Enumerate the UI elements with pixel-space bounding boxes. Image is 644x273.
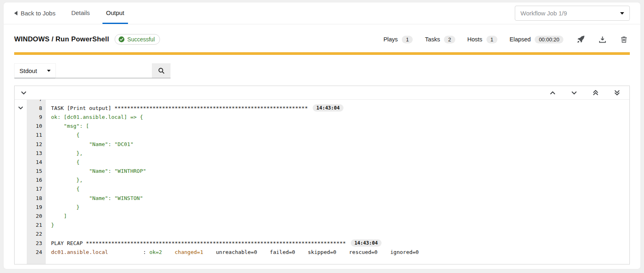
line-number: 8 <box>27 103 46 112</box>
job-title: WINDOWS / Run PowerShell <box>14 35 109 43</box>
line-toggle-spacer <box>15 157 27 166</box>
console-filler-row <box>15 256 629 264</box>
tab-details[interactable]: Details <box>68 2 94 24</box>
back-to-jobs-label: Back to Jobs <box>21 10 55 17</box>
stat-elapsed: Elapsed00:00:20 <box>510 36 563 43</box>
check-circle-icon <box>118 36 125 43</box>
stat-value-pill: 2 <box>444 36 455 43</box>
line-number: 11 <box>27 131 46 140</box>
search-button[interactable] <box>152 63 171 78</box>
line-number: 10 <box>27 122 46 131</box>
line-toggle-spacer <box>15 239 27 247</box>
line-toggle-spacer <box>15 112 27 121</box>
job-stats: Plays1Tasks2Hosts1Elapsed00:00:20 <box>384 36 563 43</box>
console-line-11: 11 { <box>15 131 629 140</box>
stat-tasks: Tasks2 <box>425 36 455 43</box>
line-toggle-spacer <box>15 185 27 193</box>
line-number: 22 <box>27 230 46 239</box>
collapse-all-button[interactable] <box>21 91 26 95</box>
console-line-15: 15 "Name": "WINTHROP" <box>15 167 629 176</box>
stat-label: Tasks <box>425 36 440 43</box>
line-toggle-spacer <box>15 131 27 140</box>
line-number: 19 <box>27 202 46 211</box>
line-content: TASK [Print output] ********************… <box>46 103 343 112</box>
line-content: ] <box>46 211 67 220</box>
download-output-button[interactable] <box>599 36 606 43</box>
line-content <box>46 100 51 103</box>
line-content: ok: [dc01.ansible.local] => { <box>46 112 143 121</box>
line-content: "msg": [ <box>46 122 89 131</box>
stat-value-pill: 1 <box>402 36 413 43</box>
scroll-to-bottom-button[interactable] <box>614 90 620 95</box>
line-toggle-spacer <box>15 176 27 185</box>
chevron-down-icon <box>620 12 624 15</box>
line-toggle-spacer <box>15 230 27 239</box>
line-content: "Name": "DC01" <box>46 140 134 148</box>
job-progress-bar <box>14 52 630 55</box>
line-toggle-spacer <box>15 211 27 220</box>
line-number: 7 <box>27 100 46 103</box>
search-input[interactable] <box>56 63 152 78</box>
line-content: dc01.ansible.local : ok=2 changed=1 unre… <box>46 247 419 256</box>
tab-output[interactable]: Output <box>102 2 128 24</box>
timestamp-badge: 14:43:04 <box>351 239 382 247</box>
trash-icon <box>621 36 627 43</box>
line-toggle-spacer <box>15 122 27 131</box>
line-content: }, <box>46 176 83 185</box>
line-toggle-spacer <box>15 148 27 157</box>
line-toggle-spacer <box>15 193 27 202</box>
line-number: 15 <box>27 167 46 176</box>
line-content: } <box>46 221 54 230</box>
line-content: "Name": "WINSTON" <box>46 193 143 202</box>
back-to-jobs-link[interactable]: Back to Jobs <box>14 2 55 24</box>
console-line-10: 10 "msg": [ <box>15 122 629 131</box>
line-number: 20 <box>27 211 46 220</box>
stdout-console: 78TASK [Print output] ******************… <box>14 86 630 264</box>
console-line-20: 20 ] <box>15 211 629 220</box>
line-number: 16 <box>27 176 46 185</box>
line-expand-toggle-icon[interactable] <box>15 103 27 112</box>
console-line-18: 18 "Name": "WINSTON" <box>15 193 629 202</box>
stdout-filter-select[interactable]: Stdout <box>14 63 56 78</box>
chevron-down-icon <box>21 91 26 95</box>
status-badge-label: Successful <box>127 36 155 43</box>
console-line-21: 21} <box>15 221 629 230</box>
workflow-job-select[interactable]: Workflow Job 1/9 <box>515 6 630 21</box>
console-line-9: 9ok: [dc01.ansible.local] => { <box>15 112 629 121</box>
stdout-filter-value: Stdout <box>19 67 37 74</box>
stat-value-pill: 1 <box>486 36 497 43</box>
chevron-up-icon <box>550 91 555 95</box>
console-body: 78TASK [Print output] ******************… <box>15 100 629 264</box>
line-content <box>46 230 51 239</box>
line-number: 21 <box>27 221 46 230</box>
console-line-13: 13 }, <box>15 148 629 157</box>
job-header: WINDOWS / Run PowerShell Successful Play… <box>14 32 630 46</box>
line-content: }, <box>46 148 83 157</box>
line-number: 18 <box>27 193 46 202</box>
job-output-card: Back to Jobs Details Output Workflow Job… <box>3 2 641 269</box>
line-content: } <box>46 202 79 211</box>
line-toggle-spacer <box>15 100 27 103</box>
line-number: 12 <box>27 140 46 148</box>
delete-job-button[interactable] <box>621 36 627 43</box>
line-number: 14 <box>27 157 46 166</box>
line-content: { <box>46 131 79 140</box>
scroll-to-top-button[interactable] <box>593 90 598 95</box>
line-number: 9 <box>27 112 46 121</box>
stat-label: Elapsed <box>510 36 531 43</box>
line-number: 13 <box>27 148 46 157</box>
console-line-8: 8TASK [Print output] *******************… <box>15 103 629 112</box>
relaunch-button[interactable] <box>577 36 584 43</box>
line-number: 17 <box>27 185 46 193</box>
line-toggle-spacer <box>15 247 27 256</box>
line-toggle-spacer <box>15 202 27 211</box>
console-line-19: 19 } <box>15 202 629 211</box>
stat-label: Hosts <box>467 36 482 43</box>
scroll-down-button[interactable] <box>571 91 577 95</box>
line-content: PLAY RECAP *****************************… <box>46 239 382 247</box>
caret-left-icon <box>14 11 18 15</box>
stat-value-pill: 00:00:20 <box>535 36 563 43</box>
job-actions <box>577 36 627 43</box>
scroll-up-button[interactable] <box>550 91 555 95</box>
tab-bar: Back to Jobs Details Output Workflow Job… <box>4 2 640 24</box>
